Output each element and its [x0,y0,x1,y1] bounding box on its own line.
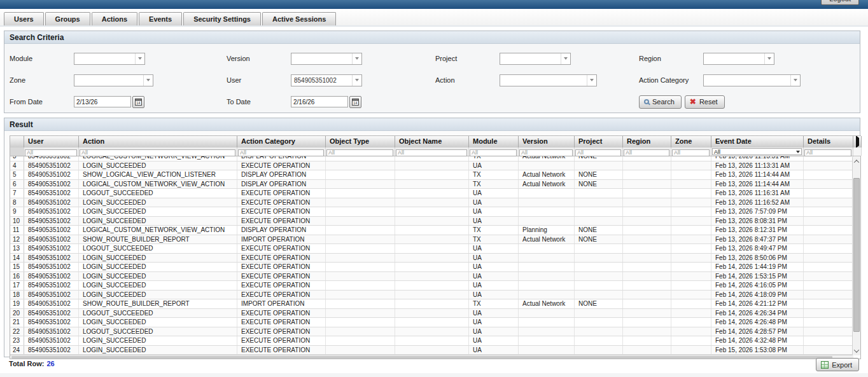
logout-button[interactable]: Logout [821,0,859,5]
tab-events[interactable]: Events [139,12,182,25]
filter-input-action[interactable] [80,149,235,156]
column-header-object-name[interactable]: Object Name [395,136,469,147]
project-select[interactable] [500,53,571,65]
column-header-object-type[interactable]: Object Type [326,136,395,147]
cell-action: LOGIN_SUCCEEDED [79,263,237,271]
horizontal-scrollbar-thumb[interactable] [11,356,832,359]
table-row[interactable]: 6854905351002LOGICAL_CUSTOM_NETWORK_VIEW… [10,180,853,189]
cell-user: 854905351002 [24,161,79,170]
column-header-action[interactable]: Action [79,136,237,147]
table-row[interactable]: 17854905351002LOGIN_SUCCEEDEDEXECUTE OPE… [10,281,853,291]
reset-button[interactable]: ✖ Reset [685,95,725,109]
from-date-input[interactable] [74,96,131,107]
table-row[interactable]: 3854905351002LOGICAL_CUSTOM_NETWORK_VIEW… [10,156,853,161]
cell-region [623,263,671,271]
table-row[interactable]: 24854905351002LOGIN_SUCCEEDEDEXECUTE OPE… [10,346,853,355]
column-header-version[interactable]: Version [519,136,575,147]
zone-select[interactable] [74,74,153,86]
filter-cell-module [469,147,519,156]
cell-action_category: EXECUTE OPERATION [237,336,326,345]
column-header-details[interactable]: Details [804,136,853,147]
tab-active-sessions[interactable]: Active Sessions [262,12,336,25]
filter-input-module[interactable] [470,149,517,156]
cell-region [623,244,671,253]
filter-input-object-name[interactable] [396,149,467,156]
table-row[interactable]: 7854905351002LOGOUT_SUCCEEDEDEXECUTE OPE… [10,189,853,198]
user-select[interactable]: 854905351002 [291,74,362,86]
from-date-calendar-button[interactable] [132,96,144,108]
cell-object_type [326,217,395,226]
table-row[interactable]: 9854905351002LOGIN_SUCCEEDEDEXECUTE OPER… [10,207,853,217]
table-row[interactable]: 14854905351002LOGIN_SUCCEEDEDEXECUTE OPE… [10,254,853,263]
table-row[interactable]: 4854905351002LOGIN_SUCCEEDEDEXECUTE OPER… [10,161,853,171]
horizontal-scrollbar[interactable] [10,355,853,359]
cell-action_category: DISPLAY OPERATION [237,226,326,235]
filter-event-date-dropdown[interactable]: All [712,148,802,155]
filter-input-object-type[interactable] [326,149,393,156]
filter-input-details[interactable] [804,149,851,156]
table-row[interactable]: 22854905351002LOGOUT_SUCCEEDEDEXECUTE OP… [10,327,853,337]
version-select[interactable] [291,53,362,65]
filter-input-zone[interactable] [672,149,710,156]
filter-input-region[interactable] [624,149,669,156]
column-header-action-category[interactable]: Action Category [237,136,326,147]
tab-users[interactable]: Users [4,12,44,25]
cell-object_name [395,272,469,281]
cell-user: 854905351002 [24,226,79,235]
table-row[interactable]: 11854905351002LOGICAL_CUSTOM_NETWORK_VIE… [10,226,853,235]
cell-region [623,198,671,207]
cell-version [519,318,575,327]
to-date-calendar-button[interactable] [349,96,361,108]
filter-input-action-category[interactable] [238,149,324,156]
module-select[interactable] [74,53,145,65]
cell-details [804,226,853,235]
tab-security-settings[interactable]: Security Settings [183,12,261,25]
scroll-up-button[interactable] [853,157,860,166]
search-button[interactable]: Search [639,95,682,109]
column-header-project[interactable]: Project [575,136,623,147]
cell-action_category: EXECUTE OPERATION [237,198,326,207]
table-row[interactable]: 5854905351002SHOW_LOGICAL_VIEW_ACTION_LI… [10,170,853,180]
table-row[interactable]: 15854905351002LOGIN_SUCCEEDEDEXECUTE OPE… [10,263,853,272]
table-row[interactable]: 23854905351002LOGIN_SUCCEEDEDEXECUTE OPE… [10,336,853,346]
vertical-scrollbar[interactable] [852,157,860,355]
tab-groups[interactable]: Groups [45,12,90,25]
search-icon [644,99,649,104]
table-row[interactable]: 8854905351002LOGIN_SUCCEEDEDEXECUTE OPER… [10,198,853,208]
cell-module: UA [469,318,519,327]
table-row[interactable]: 19854905351002SHOW_ROUTE_BUILDER_REPORTI… [10,299,853,309]
table-row[interactable]: 20854905351002LOGOUT_SUCCEEDEDEXECUTE OP… [10,309,853,319]
column-header-event-date[interactable]: Event Date [711,136,804,147]
column-scroll-right-button[interactable] [853,136,862,147]
cell-zone [671,217,711,226]
cell-rownum: 23 [10,336,24,345]
filter-input-project[interactable] [575,149,621,156]
table-row[interactable]: 16854905351002LOGIN_SUCCEEDEDEXECUTE OPE… [10,272,853,282]
export-button[interactable]: Export [816,358,859,371]
vertical-scrollbar-thumb[interactable] [853,178,860,332]
column-header-user[interactable]: User [24,136,79,147]
cell-user: 854905351002 [24,244,79,253]
table-row[interactable]: 13854905351002LOGOUT_SUCCEEDEDEXECUTE OP… [10,244,853,254]
table-row[interactable]: 21854905351002LOGIN_SUCCEEDEDEXECUTE OPE… [10,318,853,327]
action-category-select[interactable] [703,74,801,86]
cell-zone [671,189,711,198]
column-header-region[interactable]: Region [623,136,671,147]
table-row[interactable]: 12854905351002SHOW_ROUTE_BUILDER_REPORTI… [10,235,853,245]
region-select[interactable] [703,53,774,65]
cell-rownum: 8 [10,198,24,207]
cell-rownum: 19 [10,299,24,308]
cell-details [804,198,853,207]
table-row[interactable]: 10854905351002LOGIN_SUCCEEDEDEXECUTE OPE… [10,217,853,226]
scroll-down-button[interactable] [853,346,860,355]
action-select[interactable] [500,74,597,86]
table-row[interactable]: 18854905351002LOGIN_SUCCEEDEDEXECUTE OPE… [10,291,853,300]
column-header-zone[interactable]: Zone [671,136,711,147]
cell-module: UA [469,272,519,281]
to-date-input[interactable] [291,96,348,107]
filter-input-user[interactable] [25,149,77,156]
filter-input-version[interactable] [519,149,573,156]
cell-project [575,161,623,170]
column-header-module[interactable]: Module [469,136,519,147]
tab-actions[interactable]: Actions [92,12,137,25]
